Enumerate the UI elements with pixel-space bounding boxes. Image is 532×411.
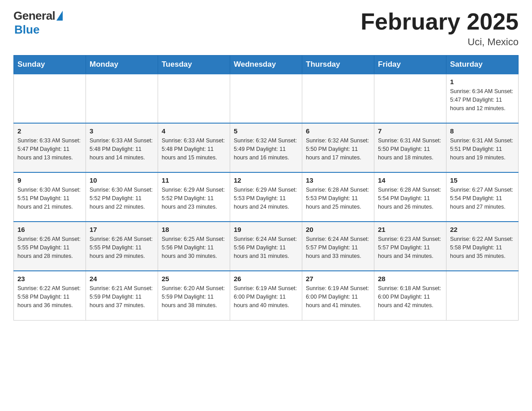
day-info: Sunrise: 6:19 AM Sunset: 6:00 PM Dayligh… (306, 284, 370, 309)
day-number: 11 (162, 176, 226, 184)
day-number: 28 (378, 275, 442, 283)
day-number: 24 (90, 275, 154, 283)
day-number: 10 (90, 176, 154, 184)
day-info: Sunrise: 6:32 AM Sunset: 5:49 PM Dayligh… (234, 137, 298, 162)
day-info: Sunrise: 6:25 AM Sunset: 5:56 PM Dayligh… (162, 235, 226, 260)
calendar-week-row: 1Sunrise: 6:34 AM Sunset: 5:47 PM Daylig… (14, 74, 519, 123)
day-info: Sunrise: 6:19 AM Sunset: 6:00 PM Dayligh… (234, 284, 298, 309)
calendar-cell: 25Sunrise: 6:20 AM Sunset: 5:59 PM Dayli… (158, 271, 230, 320)
day-number: 17 (90, 226, 154, 233)
calendar-cell: 16Sunrise: 6:26 AM Sunset: 5:55 PM Dayli… (14, 222, 86, 271)
day-number: 2 (17, 127, 82, 135)
title-section: February 2025 Uci, Mexico (360, 9, 519, 48)
calendar-cell (446, 271, 519, 320)
calendar-week-row: 2Sunrise: 6:33 AM Sunset: 5:47 PM Daylig… (14, 123, 519, 172)
day-info: Sunrise: 6:22 AM Sunset: 5:58 PM Dayligh… (450, 235, 515, 260)
day-info: Sunrise: 6:31 AM Sunset: 5:51 PM Dayligh… (450, 137, 515, 162)
day-number: 6 (306, 127, 370, 135)
col-header-wednesday: Wednesday (230, 56, 302, 74)
col-header-saturday: Saturday (446, 56, 519, 74)
calendar-cell: 2Sunrise: 6:33 AM Sunset: 5:47 PM Daylig… (14, 123, 86, 172)
col-header-sunday: Sunday (14, 56, 86, 74)
calendar-cell (86, 74, 158, 123)
calendar-week-row: 23Sunrise: 6:22 AM Sunset: 5:58 PM Dayli… (14, 271, 519, 320)
day-number: 19 (234, 226, 298, 233)
calendar-cell: 7Sunrise: 6:31 AM Sunset: 5:50 PM Daylig… (374, 123, 446, 172)
day-info: Sunrise: 6:26 AM Sunset: 5:55 PM Dayligh… (90, 235, 154, 260)
calendar-cell: 27Sunrise: 6:19 AM Sunset: 6:00 PM Dayli… (302, 271, 374, 320)
calendar-cell: 21Sunrise: 6:23 AM Sunset: 5:57 PM Dayli… (374, 222, 446, 271)
calendar-cell: 18Sunrise: 6:25 AM Sunset: 5:56 PM Dayli… (158, 222, 230, 271)
day-number: 13 (306, 176, 370, 184)
day-info: Sunrise: 6:28 AM Sunset: 5:53 PM Dayligh… (306, 186, 370, 211)
day-number: 14 (378, 176, 442, 184)
calendar-cell: 13Sunrise: 6:28 AM Sunset: 5:53 PM Dayli… (302, 172, 374, 222)
day-info: Sunrise: 6:33 AM Sunset: 5:48 PM Dayligh… (162, 137, 226, 162)
day-number: 7 (378, 127, 442, 135)
day-info: Sunrise: 6:22 AM Sunset: 5:58 PM Dayligh… (17, 284, 82, 309)
page-header: General Blue February 2025 Uci, Mexico (13, 9, 519, 48)
logo-triangle-icon (56, 11, 63, 21)
calendar-week-row: 16Sunrise: 6:26 AM Sunset: 5:55 PM Dayli… (14, 222, 519, 271)
day-number: 16 (17, 226, 82, 233)
day-info: Sunrise: 6:26 AM Sunset: 5:55 PM Dayligh… (17, 235, 82, 260)
month-title: February 2025 (360, 9, 519, 34)
calendar-cell: 6Sunrise: 6:32 AM Sunset: 5:50 PM Daylig… (302, 123, 374, 172)
day-info: Sunrise: 6:29 AM Sunset: 5:52 PM Dayligh… (162, 186, 226, 211)
day-number: 27 (306, 275, 370, 283)
day-number: 25 (162, 275, 226, 283)
calendar-cell: 4Sunrise: 6:33 AM Sunset: 5:48 PM Daylig… (158, 123, 230, 172)
calendar-cell: 22Sunrise: 6:22 AM Sunset: 5:58 PM Dayli… (446, 222, 519, 271)
day-info: Sunrise: 6:32 AM Sunset: 5:50 PM Dayligh… (306, 137, 370, 162)
day-number: 8 (450, 127, 515, 135)
col-header-friday: Friday (374, 56, 446, 74)
day-number: 1 (450, 78, 515, 86)
day-info: Sunrise: 6:31 AM Sunset: 5:50 PM Dayligh… (378, 137, 442, 162)
col-header-thursday: Thursday (302, 56, 374, 74)
location-text: Uci, Mexico (360, 36, 519, 48)
logo-blue-text: Blue (14, 23, 39, 37)
calendar-cell: 15Sunrise: 6:27 AM Sunset: 5:54 PM Dayli… (446, 172, 519, 222)
day-info: Sunrise: 6:29 AM Sunset: 5:53 PM Dayligh… (234, 186, 298, 211)
calendar-cell: 12Sunrise: 6:29 AM Sunset: 5:53 PM Dayli… (230, 172, 302, 222)
day-info: Sunrise: 6:27 AM Sunset: 5:54 PM Dayligh… (450, 186, 515, 211)
calendar-cell: 19Sunrise: 6:24 AM Sunset: 5:56 PM Dayli… (230, 222, 302, 271)
col-header-tuesday: Tuesday (158, 56, 230, 74)
calendar-cell: 23Sunrise: 6:22 AM Sunset: 5:58 PM Dayli… (14, 271, 86, 320)
calendar-cell: 3Sunrise: 6:33 AM Sunset: 5:48 PM Daylig… (86, 123, 158, 172)
day-number: 21 (378, 226, 442, 233)
day-number: 26 (234, 275, 298, 283)
calendar-cell (158, 74, 230, 123)
calendar-week-row: 9Sunrise: 6:30 AM Sunset: 5:51 PM Daylig… (14, 172, 519, 222)
day-info: Sunrise: 6:24 AM Sunset: 5:56 PM Dayligh… (234, 235, 298, 260)
calendar-table: SundayMondayTuesdayWednesdayThursdayFrid… (13, 55, 519, 321)
calendar-cell: 9Sunrise: 6:30 AM Sunset: 5:51 PM Daylig… (14, 172, 86, 222)
calendar-cell: 20Sunrise: 6:24 AM Sunset: 5:57 PM Dayli… (302, 222, 374, 271)
day-info: Sunrise: 6:24 AM Sunset: 5:57 PM Dayligh… (306, 235, 370, 260)
calendar-cell: 24Sunrise: 6:21 AM Sunset: 5:59 PM Dayli… (86, 271, 158, 320)
col-header-monday: Monday (86, 56, 158, 74)
calendar-cell (14, 74, 86, 123)
day-number: 23 (17, 275, 82, 283)
calendar-cell: 28Sunrise: 6:18 AM Sunset: 6:00 PM Dayli… (374, 271, 446, 320)
logo: General Blue (13, 9, 63, 37)
day-info: Sunrise: 6:30 AM Sunset: 5:52 PM Dayligh… (90, 186, 154, 211)
day-number: 22 (450, 226, 515, 233)
calendar-cell: 17Sunrise: 6:26 AM Sunset: 5:55 PM Dayli… (86, 222, 158, 271)
calendar-cell (230, 74, 302, 123)
calendar-cell: 1Sunrise: 6:34 AM Sunset: 5:47 PM Daylig… (446, 74, 519, 123)
day-info: Sunrise: 6:21 AM Sunset: 5:59 PM Dayligh… (90, 284, 154, 309)
day-info: Sunrise: 6:28 AM Sunset: 5:54 PM Dayligh… (378, 186, 442, 211)
day-info: Sunrise: 6:30 AM Sunset: 5:51 PM Dayligh… (17, 186, 82, 211)
calendar-cell (302, 74, 374, 123)
day-info: Sunrise: 6:33 AM Sunset: 5:47 PM Dayligh… (17, 137, 82, 162)
day-info: Sunrise: 6:18 AM Sunset: 6:00 PM Dayligh… (378, 284, 442, 309)
calendar-header-row: SundayMondayTuesdayWednesdayThursdayFrid… (14, 56, 519, 74)
day-number: 18 (162, 226, 226, 233)
calendar-cell: 26Sunrise: 6:19 AM Sunset: 6:00 PM Dayli… (230, 271, 302, 320)
day-number: 9 (17, 176, 82, 184)
day-number: 15 (450, 176, 515, 184)
day-info: Sunrise: 6:34 AM Sunset: 5:47 PM Dayligh… (450, 87, 515, 112)
calendar-cell: 14Sunrise: 6:28 AM Sunset: 5:54 PM Dayli… (374, 172, 446, 222)
calendar-cell: 8Sunrise: 6:31 AM Sunset: 5:51 PM Daylig… (446, 123, 519, 172)
